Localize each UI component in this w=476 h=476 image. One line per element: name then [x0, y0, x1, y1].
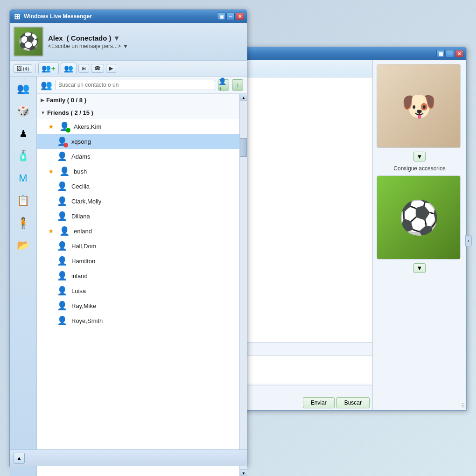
status-indicator-online [66, 128, 70, 133]
person-icon: 🧍 [17, 217, 29, 229]
search-bar-icon: 👥 [41, 79, 52, 91]
chat-restore-button[interactable]: ▣ [436, 50, 445, 57]
family-group-label: Family ( 0 / 8 ) [46, 97, 86, 104]
profile-username: Alex [48, 34, 63, 42]
contact-dillana[interactable]: 👤 Dillana [37, 209, 239, 224]
people-search-icon: 👥 [41, 80, 52, 90]
contact-name-akers: Akers,Kim [74, 123, 101, 130]
soccer-dropdown-button[interactable]: ▼ [413, 263, 426, 273]
options-button[interactable]: ⊞ [78, 64, 89, 73]
contact-roye-smith[interactable]: 👤 Roye,Smith [37, 313, 239, 328]
avatar-adams: 👤 [56, 151, 68, 162]
accessories-label: Consigue accesorios [377, 165, 462, 172]
group-friends-header[interactable]: ▼ Friends ( 2 / 15 ) [37, 106, 239, 119]
sidebar-chess-icon[interactable]: ♟ [13, 123, 34, 144]
contact-enland[interactable]: ★ 👤 enland [37, 224, 239, 238]
profile-status-dropdown[interactable]: ▼ [113, 34, 120, 42]
contact-bush[interactable]: ★ 👤 bush [37, 164, 239, 179]
send-button[interactable]: Enviar [303, 397, 335, 408]
contact-inland[interactable]: 👤 inland [37, 268, 239, 283]
person-avatar-gray-hall-icon: 👤 [57, 241, 67, 251]
person-avatar-gray-luisa-icon: 👤 [57, 286, 67, 296]
avatar-cecilia: 👤 [56, 181, 68, 192]
profile-paren-close: ) [109, 34, 111, 42]
toolbar-separator-1 [35, 64, 35, 73]
phone-button[interactable]: ☎ [91, 64, 104, 73]
chess-piece-icon: ♟ [19, 128, 28, 139]
contacts-list[interactable]: ▶ Family ( 0 / 8 ) ▼ Friends ( 2 / 15 ) … [37, 94, 239, 476]
left-sidebar: 👥 🎲 ♟ 🧴 M 📋 🧍 📂 [10, 77, 37, 476]
person-avatar-gray-dillana-icon: 👤 [57, 211, 67, 221]
person-avatar-gray-roye-icon: 👤 [57, 315, 67, 326]
profile-avatar[interactable]: ⚽ [14, 27, 43, 56]
sidebar-contacts-icon[interactable]: 👥 [13, 78, 34, 99]
groups-icon: 👥 [64, 64, 73, 73]
bottom-navigation: ▲ [10, 449, 247, 466]
profile-personal-message[interactable]: <Escribe un mensaje pers...> ▼ [48, 43, 243, 49]
contact-hamilton[interactable]: 👤 Hamilton [37, 253, 239, 268]
sidebar-folder-icon[interactable]: 📂 [13, 235, 34, 256]
collapse-sidebar-button[interactable]: › [465, 235, 472, 246]
photo-icon: 🖼 [17, 66, 22, 71]
person-avatar-gray-bush-icon: 👤 [59, 166, 70, 176]
status-indicator-busy [63, 143, 68, 147]
contact-groups-button[interactable]: 👥 [61, 63, 77, 74]
star-icon-akers: ★ [48, 123, 54, 130]
resize-handle[interactable]: ⠿ [461, 403, 465, 409]
contact-name-clark: Clark,Molly [71, 198, 101, 205]
sidebar-bottle-icon[interactable]: 🧴 [13, 146, 34, 166]
contact-adams[interactable]: 👤 Adams [37, 149, 239, 164]
sidebar-movistar-icon[interactable]: M [13, 168, 34, 189]
messenger-title-bar: ⊞ Windows Live Messenger ▣ ─ ✕ [10, 10, 247, 23]
sidebar-envelope-icon[interactable]: 📋 [13, 190, 34, 211]
sort-button[interactable]: ↕ [232, 79, 243, 91]
winxp-logo-icon: ⊞ [13, 12, 21, 21]
more-icon: ▶ [109, 65, 113, 71]
sidebar-dice-icon[interactable]: 🎲 [13, 101, 34, 121]
contact-xqsong[interactable]: 👤 xqsong [37, 134, 239, 149]
scroll-down-button[interactable]: ▼ [240, 469, 247, 476]
more-button[interactable]: ▶ [106, 64, 116, 73]
avatar-dropdown-button[interactable]: ▼ [413, 152, 426, 161]
contact-name-luisa: Luisa [71, 287, 86, 294]
search-button[interactable]: Buscar [336, 397, 370, 408]
friends-group-label: Friends ( 2 / 15 ) [47, 109, 93, 116]
contact-ray-mike[interactable]: 👤 Ray,Mike [37, 298, 239, 313]
nav-up-button[interactable]: ▲ [14, 453, 25, 464]
add-contact-button[interactable]: 👥+ [38, 63, 58, 74]
contact-clark-molly[interactable]: 👤 Clark,Molly [37, 194, 239, 209]
close-button[interactable]: ✕ [236, 13, 244, 20]
contact-name-adams: Adams [71, 153, 90, 160]
contact-luisa[interactable]: 👤 Luisa [37, 283, 239, 298]
dice-icon: 🎲 [17, 105, 29, 117]
contact-akers-kim[interactable]: ★ 👤 Akers,Kim [37, 119, 239, 134]
profile-message-dropdown[interactable]: ▼ [123, 43, 128, 49]
contact-name-dillana: Dillana [71, 213, 90, 220]
avatar-bush: 👤 [59, 166, 70, 177]
person-avatar-gray-adams-icon: 👤 [57, 151, 67, 161]
contact-name-roye: Roye,Smith [71, 317, 103, 324]
add-person-icon: 👤+ [218, 77, 229, 92]
person-avatar-gray-inland-icon: 👤 [57, 271, 67, 281]
search-input[interactable] [55, 80, 215, 90]
star-icon-enland: ★ [48, 227, 54, 235]
star-icon-bush: ★ [48, 168, 54, 175]
sidebar-person-icon[interactable]: 🧍 [13, 213, 34, 233]
chat-close-button[interactable]: ✕ [455, 50, 463, 57]
chat-minimize-button[interactable]: ─ [446, 50, 454, 57]
contacts-icon: 👥 [17, 83, 29, 95]
contact-hall-dom[interactable]: 👤 Hall,Dom [37, 238, 239, 253]
scroll-thumb[interactable] [240, 138, 247, 157]
scroll-up-button[interactable]: ▲ [240, 94, 247, 101]
contact-list-area: 👥 🎲 ♟ 🧴 M 📋 🧍 📂 [10, 77, 247, 476]
add-contact-search-button[interactable]: 👤+ [218, 79, 229, 91]
avatar-akers: 👤 [59, 121, 70, 132]
grid-icon: ⊞ [82, 65, 86, 71]
minimize-button[interactable]: ─ [226, 13, 235, 20]
group-family-header[interactable]: ▶ Family ( 0 / 8 ) [37, 94, 239, 106]
contact-name-bush: bush [74, 168, 87, 175]
contact-cecilia[interactable]: 👤 Cecilia [37, 179, 239, 194]
photos-button[interactable]: 🖼 (4) [14, 64, 32, 73]
person-avatar-gray-cecilia-icon: 👤 [57, 181, 67, 191]
restore-button[interactable]: ▣ [217, 13, 225, 20]
